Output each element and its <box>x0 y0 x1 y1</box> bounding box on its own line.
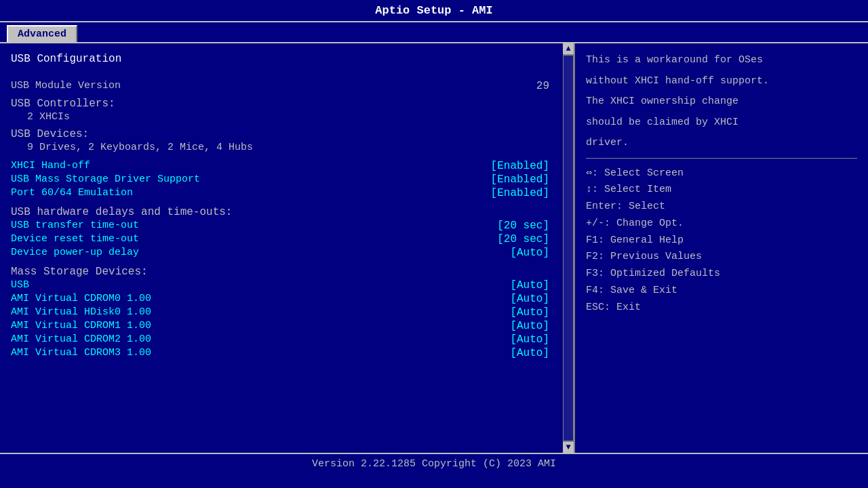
usb-module-label: USB Module Version <box>11 80 121 92</box>
usb-mass-row[interactable]: USB [Auto] <box>11 279 563 291</box>
info-line-2: The XHCI ownership change <box>586 94 857 110</box>
cdrom1-label: AMI Virtual CDROM1 1.00 <box>11 320 151 332</box>
cdrom1-value: [Auto] <box>510 320 549 332</box>
help-item-0: ⇔: Select Screen <box>586 165 857 182</box>
info-line-0: This is a workaround for OSes <box>586 53 857 68</box>
right-panel: This is a workaround for OSes without XH… <box>575 43 868 453</box>
help-item-1: ↕: Select Item <box>586 182 857 199</box>
port-emulation-row[interactable]: Port 60/64 Emulation [Enabled] <box>11 187 563 199</box>
device-powerup-delay-value: [Auto] <box>510 247 549 259</box>
usb-module-value: 29 <box>536 80 549 92</box>
device-powerup-delay-label: Device power-up delay <box>11 247 139 259</box>
device-reset-timeout-label: Device reset time-out <box>11 233 139 245</box>
help-item-8: ESC: Exit <box>586 300 857 317</box>
usb-transfer-timeout-row[interactable]: USB transfer time-out [20 sec] <box>11 220 563 232</box>
help-item-5: F2: Previous Values <box>586 249 857 266</box>
info-line-4: driver. <box>586 136 857 151</box>
cdrom2-label: AMI Virtual CDROM2 1.00 <box>11 333 151 346</box>
xhci-section: XHCI Hand-off [Enabled] USB Mass Storage… <box>11 160 563 199</box>
scroll-up-arrow[interactable]: ▲ <box>563 43 574 54</box>
status-bar: Version 2.22.1285 Copyright (C) 2023 AMI <box>0 453 868 477</box>
usb-controllers-value: 2 XHCIs <box>11 111 563 123</box>
usb-label: USB <box>11 279 29 291</box>
device-reset-timeout-value: [20 sec] <box>497 233 549 245</box>
usb-mass-storage-value: [Enabled] <box>491 174 549 186</box>
hdisk0-label: AMI Virtual HDisk0 1.00 <box>11 306 151 319</box>
usb-transfer-timeout-label: USB transfer time-out <box>11 220 139 232</box>
port-emulation-value: [Enabled] <box>491 187 549 199</box>
info-block: This is a workaround for OSes without XH… <box>586 53 857 151</box>
usb-mass-storage-label: USB Mass Storage Driver Support <box>11 174 200 186</box>
info-line-1: without XHCI hand-off support. <box>586 74 857 89</box>
key-help-block: ⇔: Select Screen ↕: Select Item Enter: S… <box>586 165 857 317</box>
tab-bar: Advanced <box>0 22 868 43</box>
cdrom3-row[interactable]: AMI Virtual CDROM3 1.00 [Auto] <box>11 347 563 359</box>
section-title: USB Configuration <box>11 53 563 65</box>
cdrom0-value: [Auto] <box>510 293 549 305</box>
cdrom0-label: AMI Virtual CDROM0 1.00 <box>11 293 151 305</box>
main-content: USB Configuration USB Module Version 29 … <box>0 43 868 453</box>
cdrom0-row[interactable]: AMI Virtual CDROM0 1.00 [Auto] <box>11 293 563 305</box>
usb-controllers-label: USB Controllers: <box>11 98 563 110</box>
delays-label: USB hardware delays and time-outs: <box>11 206 563 218</box>
port-emulation-label: Port 60/64 Emulation <box>11 187 133 199</box>
mass-storage-section: Mass Storage Devices: USB [Auto] AMI Vir… <box>11 266 563 359</box>
mass-storage-label: Mass Storage Devices: <box>11 266 563 278</box>
cdrom2-value: [Auto] <box>510 333 549 346</box>
cdrom3-label: AMI Virtual CDROM3 1.00 <box>11 347 151 359</box>
usb-module-row: USB Module Version 29 <box>11 80 563 92</box>
help-item-3: +/-: Change Opt. <box>586 216 857 232</box>
cdrom1-row[interactable]: AMI Virtual CDROM1 1.00 [Auto] <box>11 320 563 332</box>
usb-devices-value: 9 Drives, 2 Keyboards, 2 Mice, 4 Hubs <box>11 142 563 153</box>
help-item-7: F4: Save & Exit <box>586 283 857 300</box>
hdisk0-value: [Auto] <box>510 306 549 319</box>
help-item-6: F3: Optimized Defaults <box>586 266 857 283</box>
xhci-handoff-label: XHCI Hand-off <box>11 160 90 172</box>
info-line-3: should be claimed by XHCI <box>586 115 857 131</box>
title-text: Aptio Setup - AMI <box>375 4 492 17</box>
usb-devices-label: USB Devices: <box>11 128 563 140</box>
scroll-down-arrow[interactable]: ▼ <box>563 442 574 453</box>
hdisk0-row[interactable]: AMI Virtual HDisk0 1.00 [Auto] <box>11 306 563 319</box>
title-bar: Aptio Setup - AMI <box>0 0 868 22</box>
help-item-2: Enter: Select <box>586 199 857 216</box>
xhci-handoff-row[interactable]: XHCI Hand-off [Enabled] <box>11 160 563 172</box>
scroll-thumb[interactable] <box>564 56 573 441</box>
tab-advanced[interactable]: Advanced <box>7 25 77 42</box>
usb-value: [Auto] <box>510 279 549 291</box>
scrollbar[interactable]: ▲ ▼ <box>563 43 574 453</box>
device-reset-timeout-row[interactable]: Device reset time-out [20 sec] <box>11 233 563 245</box>
xhci-handoff-value: [Enabled] <box>491 160 549 172</box>
left-panel: USB Configuration USB Module Version 29 … <box>0 43 575 453</box>
status-text: Version 2.22.1285 Copyright (C) 2023 AMI <box>312 458 556 470</box>
help-item-4: F1: General Help <box>586 232 857 249</box>
divider <box>586 158 857 159</box>
usb-mass-storage-row[interactable]: USB Mass Storage Driver Support [Enabled… <box>11 174 563 186</box>
cdrom3-value: [Auto] <box>510 347 549 359</box>
delays-section: USB hardware delays and time-outs: USB t… <box>11 206 563 259</box>
device-powerup-delay-row[interactable]: Device power-up delay [Auto] <box>11 247 563 259</box>
usb-transfer-timeout-value: [20 sec] <box>497 220 549 232</box>
cdrom2-row[interactable]: AMI Virtual CDROM2 1.00 [Auto] <box>11 333 563 346</box>
